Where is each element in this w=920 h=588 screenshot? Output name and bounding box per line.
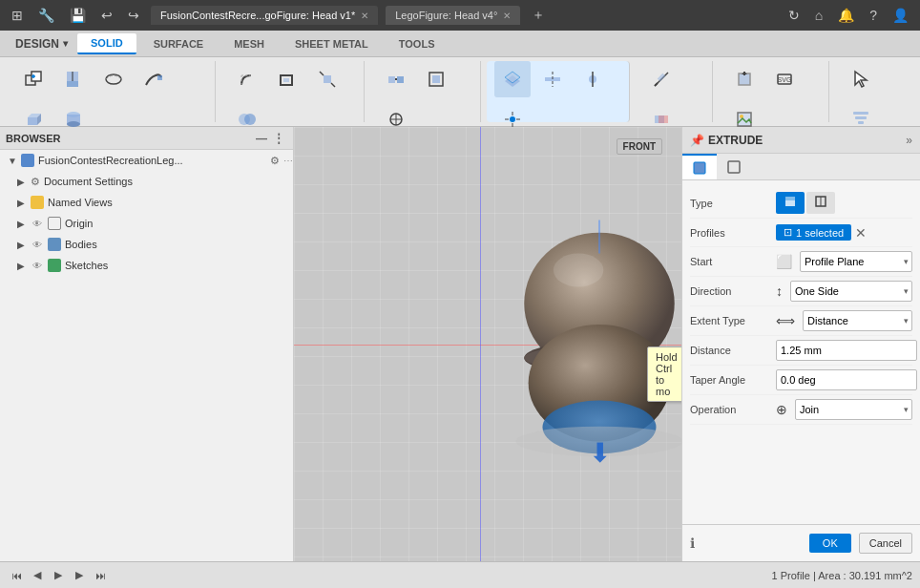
panel-body: Type Profiles ⊡	[682, 180, 920, 524]
type-other-btn[interactable]	[806, 192, 835, 214]
tool-sweep[interactable]	[136, 61, 172, 97]
tool-axis-through[interactable]	[575, 61, 611, 97]
tool-midplane[interactable]	[534, 61, 571, 97]
field-profiles-label: Profiles	[690, 227, 776, 239]
root-arrow-icon: ▼	[8, 156, 17, 165]
solid-tab-icon	[692, 160, 707, 176]
bodies-visibility-icon[interactable]: 👁	[31, 240, 44, 250]
home-icon[interactable]: ⌂	[811, 6, 826, 25]
select-icon	[849, 68, 872, 91]
nav-play-button[interactable]: ▶	[50, 567, 67, 584]
root-doc-icon	[21, 154, 34, 167]
tab-solid[interactable]: SOLID	[77, 33, 136, 54]
browser-item-doc-settings[interactable]: ▶ ⚙ Document Settings	[0, 171, 293, 192]
extent-type-select[interactable]: Distance To Object All To Next	[803, 310, 912, 331]
redo-button[interactable]: ↪	[124, 6, 143, 25]
tool-rigid-group[interactable]	[418, 61, 454, 97]
field-distance-value	[776, 340, 917, 361]
tool-select[interactable]	[843, 61, 879, 97]
account-icon[interactable]: 👤	[889, 6, 912, 25]
help-icon[interactable]: ?	[866, 6, 881, 25]
origin-visibility-icon[interactable]: 👁	[31, 219, 44, 229]
start-select[interactable]: Profile Plane Object Offset	[800, 251, 912, 272]
tool-revolve[interactable]	[95, 61, 132, 97]
panel-tab-solid[interactable]	[682, 154, 717, 179]
notification-icon[interactable]: 🔔	[834, 6, 858, 25]
profile-select-icon: ⊡	[784, 226, 792, 239]
panel-footer: ℹ OK Cancel	[682, 524, 920, 561]
cancel-button[interactable]: Cancel	[859, 533, 912, 554]
new-tab-button[interactable]: ＋	[528, 5, 549, 26]
distance-input[interactable]	[776, 340, 917, 361]
tool-joint[interactable]	[378, 61, 414, 97]
browser-item-origin[interactable]: ▶ 👁 Origin	[0, 213, 293, 234]
viewport[interactable]: FRONT	[294, 127, 681, 561]
tab-surface[interactable]: SURFACE	[140, 34, 218, 53]
sketches-visibility-icon[interactable]: 👁	[31, 261, 44, 271]
grid-icon[interactable]: ⊞	[8, 6, 27, 25]
browser-item-root[interactable]: ▼ FusionContestRecreationLeg... ⚙ ⋯	[0, 150, 293, 171]
direction-select[interactable]: One Side Two Sides Symmetric	[790, 281, 912, 302]
taper-angle-input[interactable]	[776, 369, 917, 390]
svg-rect-9	[28, 117, 37, 125]
panel-pin-icon[interactable]: 📌	[690, 134, 704, 147]
type-extrude-btn[interactable]	[776, 192, 805, 214]
tool-offset-plane[interactable]	[494, 61, 531, 97]
ok-button[interactable]: OK	[809, 534, 851, 553]
undo-button[interactable]: ↩	[97, 6, 116, 25]
named-views-folder-icon	[31, 196, 44, 209]
field-taper-angle-value	[776, 369, 917, 390]
tab-lego-head-close[interactable]: ✕	[503, 10, 511, 21]
panel-expand-icon[interactable]: »	[906, 134, 912, 147]
svg-text:SVG: SVG	[778, 76, 792, 83]
tool-new-component[interactable]	[15, 61, 52, 97]
tab-mesh[interactable]: MESH	[220, 34, 278, 53]
profiles-badge[interactable]: ⊡ 1 selected	[776, 224, 851, 241]
tab-sheet-metal[interactable]: SHEET METAL	[282, 34, 382, 53]
save-button[interactable]: 💾	[66, 6, 90, 25]
svg-point-38	[510, 116, 515, 122]
tool-measure[interactable]	[643, 61, 680, 97]
browser-item-named-views[interactable]: ▶ Named Views	[0, 192, 293, 213]
operation-select[interactable]: Join Cut Intersect New Body New Componen…	[795, 399, 912, 420]
nav-prev-button[interactable]: ◀	[29, 567, 46, 584]
field-start: Start ⬜ Profile Plane Object Offset ▾	[690, 247, 912, 277]
nav-first-button[interactable]: ⏮	[8, 567, 25, 584]
field-extent-type-value: ⟺ Distance To Object All To Next ▾	[776, 310, 912, 331]
refresh-icon[interactable]: ↻	[784, 6, 804, 25]
tab-tools[interactable]: TOOLS	[386, 34, 449, 53]
tab-fusion-head[interactable]: FusionContestRecre...goFigure: Head v1* …	[151, 6, 378, 25]
panel-tab-shell[interactable]	[717, 154, 751, 179]
profiles-clear-icon[interactable]: ✕	[855, 225, 867, 241]
offset-plane-icon	[501, 68, 524, 91]
vertical-axis	[480, 127, 481, 561]
nav-last-button[interactable]: ⏭	[92, 567, 109, 584]
tool-shell[interactable]	[269, 61, 305, 97]
browser-collapse-icon[interactable]: —	[253, 132, 270, 145]
tab-fusion-head-close[interactable]: ✕	[361, 10, 368, 21]
browser-item-sketches[interactable]: ▶ 👁 Sketches	[0, 255, 293, 276]
statusbar-info: 1 Profile | Area : 30.191 mm^2	[772, 570, 912, 581]
browser-more-icon[interactable]: ⋮	[270, 132, 287, 145]
root-settings-icon[interactable]: ⋯	[283, 156, 293, 166]
fillet-icon	[236, 68, 259, 91]
root-gear-icon[interactable]: ⚙	[270, 155, 280, 167]
info-icon[interactable]: ℹ	[690, 536, 695, 551]
field-operation: Operation ⊕ Join Cut Intersect New Body …	[690, 395, 912, 425]
tool-insert-derive[interactable]	[726, 61, 763, 97]
tool-scale[interactable]	[309, 61, 345, 97]
svg-rect-24	[388, 76, 395, 83]
tab-lego-head[interactable]: LegoFigure: Head v4° ✕	[386, 6, 520, 25]
field-taper-angle: Taper Angle	[690, 366, 912, 395]
nav-play2-button[interactable]: ▶	[71, 567, 88, 584]
svg-rect-56	[853, 112, 868, 115]
tool-fillet[interactable]	[229, 61, 265, 97]
type-extrude-icon	[784, 195, 797, 208]
tool-insert-svg[interactable]: SVG	[766, 61, 803, 97]
field-type-label: Type	[690, 198, 776, 209]
design-menu[interactable]: DESIGN ▾	[10, 33, 73, 54]
browser-item-bodies[interactable]: ▶ 👁 Bodies	[0, 234, 293, 255]
tool-extrude[interactable]	[55, 61, 92, 97]
bodies-arrow-icon: ▶	[17, 240, 27, 249]
svg-rect-70	[728, 161, 740, 173]
